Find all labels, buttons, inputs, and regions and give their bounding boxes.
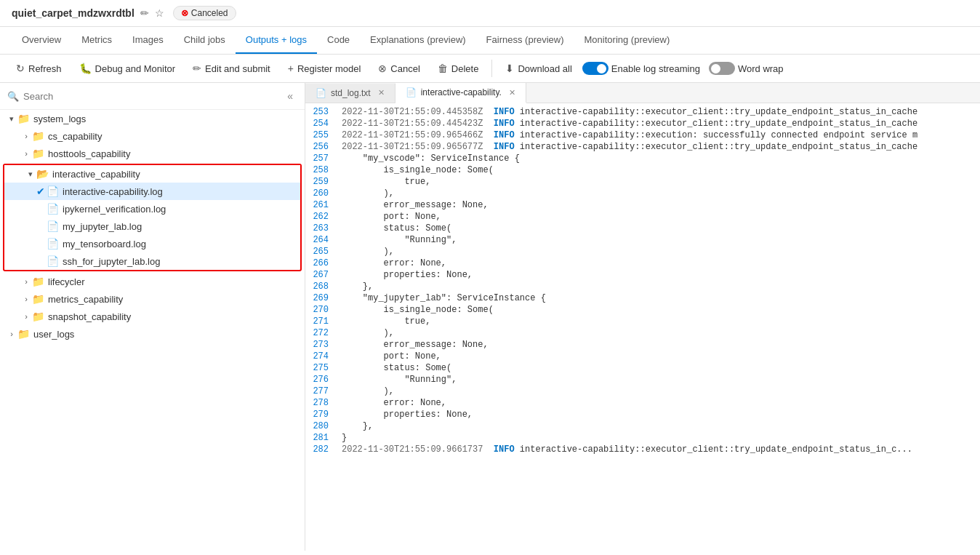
toggle-user-logs[interactable]: › bbox=[6, 330, 17, 338]
line-code-274: port: None, bbox=[336, 351, 447, 362]
label-ssh-log: ssh_for_jupyter_lab.log bbox=[63, 256, 160, 267]
tab-child-jobs[interactable]: Child jobs bbox=[174, 27, 236, 54]
code-line-258: 258 is_single_node: Some( bbox=[305, 164, 980, 176]
line-code-281: } bbox=[336, 432, 353, 444]
toggle-lifecycler[interactable]: › bbox=[20, 277, 32, 286]
line-code-272: ), bbox=[336, 327, 400, 339]
tree-item-snapshot[interactable]: › 📁 snapshot_capability bbox=[0, 308, 305, 325]
line-code-270: is_single_node: Some( bbox=[336, 304, 499, 316]
tree-item-tensorboard-log[interactable]: 📄 my_tensorboard.log bbox=[4, 235, 300, 252]
tab-monitoring[interactable]: Monitoring (preview) bbox=[574, 27, 680, 54]
toolbar: ↻ Refresh 🐛 Debug and Monitor ✏ Edit and… bbox=[0, 55, 980, 83]
download-all-button[interactable]: ⬇ Download all bbox=[498, 59, 579, 78]
download-label: Download all bbox=[518, 63, 571, 74]
label-interactive-log: interactive-capability.log bbox=[63, 186, 163, 197]
register-model-button[interactable]: + Register model bbox=[281, 59, 369, 78]
code-area: 📄 std_log.txt ✕ 📄 interactive-capability… bbox=[305, 83, 980, 551]
interactive-close-button[interactable]: ✕ bbox=[509, 88, 515, 97]
folder-icon-hosttools: 📁 bbox=[32, 148, 45, 159]
line-code-271: true, bbox=[336, 316, 436, 327]
code-line-282: 282 2022-11-30T21:55:09.9661737 INFO int… bbox=[305, 444, 980, 455]
toggle-cs-capability[interactable]: › bbox=[20, 132, 32, 140]
tree-item-cs-capability[interactable]: › 📁 cs_capability bbox=[0, 127, 305, 145]
cancel-label: Cancel bbox=[390, 63, 419, 74]
tab-images[interactable]: Images bbox=[122, 27, 174, 54]
tab-explanations[interactable]: Explanations (preview) bbox=[360, 27, 476, 54]
code-tab-interactive[interactable]: 📄 interactive-capability. ✕ bbox=[395, 83, 526, 103]
line-num-275: 275 bbox=[305, 362, 336, 374]
tab-code[interactable]: Code bbox=[317, 27, 360, 54]
label-lifecycler: lifecycler bbox=[48, 276, 85, 287]
page-title: quiet_carpet_mdzwxrdtbl bbox=[12, 7, 134, 19]
code-line-269: 269 "my_jupyter_lab": ServiceInstance { bbox=[305, 292, 980, 304]
toggle-snapshot[interactable]: › bbox=[20, 312, 32, 321]
edit-icon[interactable]: ✏ bbox=[140, 7, 149, 19]
line-code-259: true, bbox=[336, 176, 436, 188]
tree-item-metrics-capability[interactable]: › 📁 metrics_capability bbox=[0, 290, 305, 308]
tree-item-interactive-capability[interactable]: ▾ 📂 interactive_capability bbox=[4, 165, 300, 183]
line-code-261: error_message: None, bbox=[336, 199, 494, 211]
line-code-277: ), bbox=[336, 386, 400, 397]
debug-monitor-button[interactable]: 🐛 Debug and Monitor bbox=[72, 59, 183, 78]
edit-submit-button[interactable]: ✏ Edit and submit bbox=[185, 59, 278, 78]
toggle-system-logs[interactable]: ▾ bbox=[6, 114, 17, 124]
tree-item-ssh-log[interactable]: 📄 ssh_for_jupyter_lab.log bbox=[4, 252, 300, 270]
code-content[interactable]: 253 2022-11-30T21:55:09.445358Z INFO int… bbox=[305, 103, 980, 551]
file-icon-tensorboard: 📄 bbox=[47, 238, 60, 249]
log-streaming-toggle[interactable] bbox=[582, 62, 609, 75]
std-log-close-button[interactable]: ✕ bbox=[378, 88, 385, 97]
tree-item-ipykernel[interactable]: 📄 ipykernel_verification.log bbox=[4, 200, 300, 217]
code-tab-std-log[interactable]: 📄 std_log.txt ✕ bbox=[305, 84, 395, 103]
tree-item-hosttools[interactable]: › 📁 hosttools_capability bbox=[0, 145, 305, 162]
code-line-262: 262 port: None, bbox=[305, 211, 980, 223]
search-input[interactable] bbox=[23, 91, 278, 102]
tree-item-user-logs[interactable]: › 📁 user_logs bbox=[0, 325, 305, 343]
line-num-267: 267 bbox=[305, 269, 336, 281]
code-line-274: 274 port: None, bbox=[305, 351, 980, 362]
code-line-281: 281 } bbox=[305, 432, 980, 444]
line-num-271: 271 bbox=[305, 316, 336, 327]
toggle-interactive-capability[interactable]: ▾ bbox=[25, 169, 36, 179]
code-line-265: 265 ), bbox=[305, 246, 980, 257]
refresh-button[interactable]: ↻ Refresh bbox=[9, 59, 69, 78]
toggle-hosttools[interactable]: › bbox=[20, 149, 32, 158]
folder-icon-metrics: 📁 bbox=[32, 293, 45, 305]
tab-overview[interactable]: Overview bbox=[12, 27, 71, 54]
tree-item-lifecycler[interactable]: › 📁 lifecycler bbox=[0, 273, 305, 290]
code-tabs-bar: 📄 std_log.txt ✕ 📄 interactive-capability… bbox=[305, 83, 980, 103]
highlight-box: ▾ 📂 interactive_capability ✔ 📄 interacti… bbox=[3, 164, 302, 271]
header-bar: quiet_carpet_mdzwxrdtbl ✏ ☆ ⊗ Canceled bbox=[0, 0, 980, 27]
label-snapshot: snapshot_capability bbox=[48, 311, 131, 322]
line-num-280: 280 bbox=[305, 420, 336, 432]
plus-icon: + bbox=[288, 63, 294, 74]
line-num-272: 272 bbox=[305, 327, 336, 339]
tab-outputs-logs[interactable]: Outputs + logs bbox=[236, 27, 317, 54]
collapse-button[interactable]: « bbox=[283, 89, 297, 103]
tree-item-jupyter-lab-log[interactable]: 📄 my_jupyter_lab.log bbox=[4, 217, 300, 235]
label-interactive-capability: interactive_capability bbox=[52, 169, 140, 180]
refresh-icon: ↻ bbox=[16, 63, 25, 74]
line-code-264: "Running", bbox=[336, 234, 462, 246]
label-user-logs: user_logs bbox=[33, 329, 74, 340]
tab-metrics[interactable]: Metrics bbox=[71, 27, 122, 54]
line-code-268: }, bbox=[336, 281, 379, 292]
word-wrap-toggle[interactable] bbox=[709, 62, 735, 75]
line-num-260: 260 bbox=[305, 188, 336, 199]
cancel-button[interactable]: ⊗ Cancel bbox=[371, 59, 427, 78]
delete-button[interactable]: 🗑 Delete bbox=[430, 59, 486, 78]
line-code-260: ), bbox=[336, 188, 400, 199]
label-hosttools: hosttools_capability bbox=[48, 148, 130, 159]
tree-item-system-logs[interactable]: ▾ 📁 system_logs bbox=[0, 110, 305, 127]
label-metrics-capability: metrics_capability bbox=[48, 294, 123, 305]
sidebar-search-bar: 🔍 « bbox=[0, 83, 305, 110]
toggle-metrics[interactable]: › bbox=[20, 295, 32, 303]
code-line-264: 264 "Running", bbox=[305, 234, 980, 246]
folder-icon-snapshot: 📁 bbox=[32, 311, 45, 322]
tab-fairness[interactable]: Fairness (preview) bbox=[476, 27, 574, 54]
star-icon[interactable]: ☆ bbox=[155, 7, 164, 19]
nav-tabs: Overview Metrics Images Child jobs Outpu… bbox=[0, 27, 980, 55]
line-num-264: 264 bbox=[305, 234, 336, 246]
line-num-277: 277 bbox=[305, 386, 336, 397]
line-num-276: 276 bbox=[305, 374, 336, 386]
tree-item-interactive-log[interactable]: ✔ 📄 interactive-capability.log bbox=[4, 183, 300, 200]
